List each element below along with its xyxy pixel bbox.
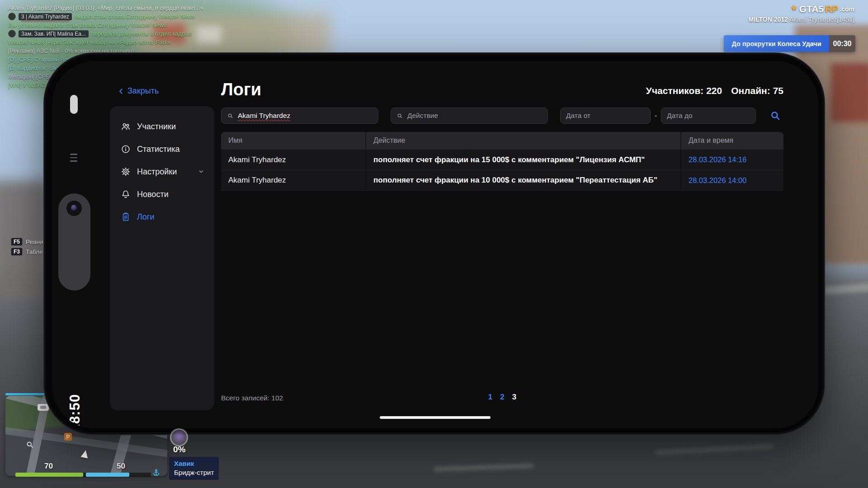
parking-blip-icon: P <box>64 433 72 441</box>
vehicle-blip-icon <box>38 404 49 411</box>
pagination: 1 2 3 <box>221 393 783 402</box>
key-f3: F3 <box>11 248 23 256</box>
server-player-line: MILTON 2012 Akami Tryhardez[1451] <box>749 16 855 23</box>
logo-com: .com <box>840 5 854 13</box>
wheel-banner-label: До прокрутки Колеса Удачи <box>724 35 829 52</box>
clipboard-icon <box>121 212 131 222</box>
log-datetime[interactable]: 28.03.2026 14:00 <box>681 170 783 190</box>
date-from-placeholder: Дата от <box>566 112 590 120</box>
name-search-value: Akami Tryhardez <box>238 112 290 120</box>
gear-icon <box>121 167 131 177</box>
action-search-placeholder: Действие <box>407 112 438 120</box>
chat-line: Akami Tryhardez [Радио] (03:03): «Мир, с… <box>8 4 388 12</box>
chat-line: Вы успешно выдали стаж слова Сотруднику … <box>8 21 388 29</box>
chat-text: Вы успешно выдали стаж слова Сотруднику … <box>8 22 166 28</box>
front-camera <box>66 201 82 216</box>
column-header-datetime: Дата и время <box>681 132 783 149</box>
chat-player-chip: 3 | Akami Tryhardez <box>19 13 72 20</box>
date-from-input[interactable]: Дата от <box>560 108 651 124</box>
sidebar-item-statistics[interactable]: Статистика <box>110 138 214 160</box>
phone-clock: 18:50 <box>66 380 84 429</box>
phone-frame: 18:50 Закрыть Логи Участников: 220 Онлай… <box>43 52 825 435</box>
page-button-3[interactable]: 3 <box>512 393 516 402</box>
minimap-armor-strip <box>5 393 49 395</box>
members-count: Участников: 220 <box>646 85 722 96</box>
wheel-of-fortune-banner: До прокрутки Колеса Удачи 00:30 <box>724 35 855 52</box>
chevron-left-icon <box>117 87 125 95</box>
action-search-input[interactable]: Действие <box>391 108 548 124</box>
page-title: Логи <box>221 80 261 99</box>
page-button-2[interactable]: 2 <box>500 393 504 402</box>
zone-capture-percent: 0% <box>173 445 185 455</box>
date-to-placeholder: Дата до <box>667 112 692 120</box>
log-action: пополняет счет фракции на 15 000$ с комм… <box>366 150 681 170</box>
logo-rp: RP <box>825 4 838 14</box>
search-submit-button[interactable] <box>767 108 783 124</box>
info-icon <box>121 144 131 154</box>
users-icon <box>121 122 131 131</box>
chat-text: выдал стаж слова Сотруднику Weazel News <box>75 13 195 20</box>
name-search-input[interactable]: Akami Tryhardez <box>221 108 378 124</box>
close-button[interactable]: Закрыть <box>117 86 159 96</box>
key-f5-label: Реани <box>26 239 43 245</box>
close-button-label: Закрыть <box>127 86 159 96</box>
date-to-input[interactable]: Дата до <box>661 108 756 124</box>
sidebar-item-label: Статистика <box>137 145 180 154</box>
gta5rp-logo: ★ GTA5RP.com <box>749 4 855 14</box>
chat-line: Зам. Зав. ИП| Malina Ea... передала доку… <box>8 29 388 38</box>
log-action: пополняет счет фракции на 10 000$ с комм… <box>366 170 681 190</box>
background-curb <box>824 283 868 295</box>
table-row[interactable]: Akami Tryhardez пополняет счет фракции н… <box>221 170 783 191</box>
street-popup: Хавик Бридж-стрит <box>169 457 219 480</box>
server-brand: ★ GTA5RP.com MILTON 2012 Akami Tryhardez… <box>749 4 855 23</box>
log-name: Akami Tryhardez <box>221 150 366 170</box>
sidebar-item-settings[interactable]: Настройки <box>110 160 214 183</box>
bell-icon <box>121 189 131 199</box>
screen-reflection <box>70 95 78 114</box>
background-right-awning <box>831 63 868 122</box>
chat-avatar <box>8 30 16 38</box>
armor-bar <box>86 473 129 477</box>
column-header-action: Действие <box>366 132 681 149</box>
search-icon <box>769 110 781 122</box>
sidebar-item-label: Новости <box>137 190 169 199</box>
date-range-separator: - <box>655 112 657 120</box>
key-hints: F5 Реани F3 Табле <box>11 237 43 257</box>
logo-gta5: GTA5 <box>799 4 824 14</box>
chat-text: Akami Tryhardez [Радио] (03:03): «Мир, с… <box>8 5 203 11</box>
anchor-icon <box>151 468 161 478</box>
sidebar-item-logs[interactable]: Логи <box>110 206 214 228</box>
faction-stats: Участников: 220 Онлайн: 75 <box>646 85 783 96</box>
speed-limit-value: 50 <box>117 462 125 471</box>
key-hint-row: F5 Реани <box>11 237 43 247</box>
district-name: Хавик <box>174 459 214 468</box>
log-filters: Akami Tryhardez Действие Дата от - Дата … <box>221 108 783 124</box>
speed-value: 70 <box>44 462 53 471</box>
sidebar-item-label: Участники <box>137 122 176 131</box>
column-header-name: Имя <box>221 132 366 149</box>
home-indicator[interactable] <box>380 416 491 419</box>
sidebar-item-members[interactable]: Участники <box>110 115 214 138</box>
search-blip-icon <box>25 440 34 449</box>
chat-line: Weazel News | Alpis Sok: идёт набор на «… <box>8 38 388 47</box>
health-bar <box>15 473 83 477</box>
log-datetime[interactable]: 28.03.2026 14:16 <box>681 150 783 170</box>
key-f3-label: Табле <box>26 249 43 255</box>
table-row[interactable]: Akami Tryhardez пополняет счет фракции н… <box>221 149 783 170</box>
sidebar: Участники Статистика Н <box>110 106 214 410</box>
player-name: Akami Tryhardez[1451] <box>789 16 854 23</box>
chat-line: 3 | Akami Tryhardez выдал стаж слова Сот… <box>8 12 388 21</box>
sidebar-item-label: Настройки <box>137 167 177 177</box>
log-name: Akami Tryhardez <box>221 170 366 190</box>
status-bars <box>15 473 151 477</box>
road-lane-marking-2 <box>656 444 773 455</box>
star-icon: ★ <box>790 2 798 13</box>
sidebar-item-news[interactable]: Новости <box>110 183 214 206</box>
chat-avatar <box>8 13 16 20</box>
page-button-1[interactable]: 1 <box>488 393 492 402</box>
online-count: Онлайн: 75 <box>731 85 783 96</box>
phone-screen: 18:50 Закрыть Логи Участников: 220 Онлай… <box>52 61 818 428</box>
table-header: Имя Действие Дата и время <box>221 132 783 149</box>
zone-capture-icon <box>170 428 188 446</box>
search-icon <box>396 113 403 119</box>
